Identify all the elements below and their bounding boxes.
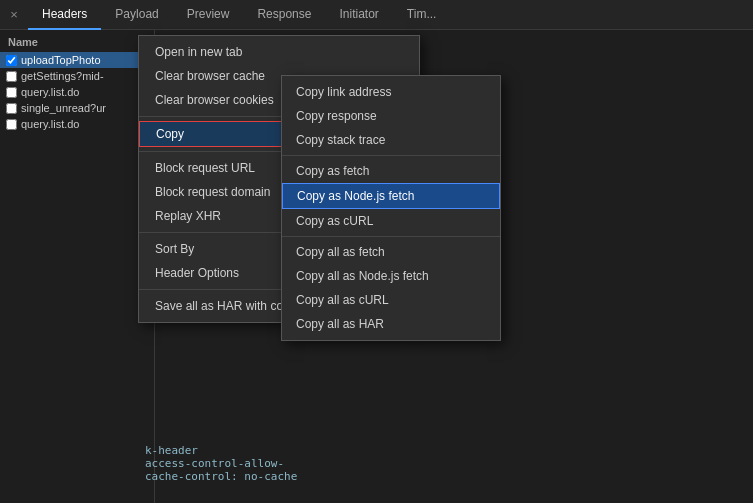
bottom-content: k-header access-control-allow- cache-con… (145, 444, 297, 483)
tab-bar: × Headers Payload Preview Response Initi… (0, 0, 753, 30)
tab-close-button[interactable]: × (0, 0, 28, 30)
submenu-item-copy-all-nodejs-fetch[interactable]: Copy all as Node.js fetch (282, 264, 500, 288)
list-item[interactable]: getSettings?mid- (0, 68, 154, 84)
tab-payload[interactable]: Payload (101, 0, 172, 30)
submenu-item-copy-as-curl[interactable]: Copy as cURL (282, 209, 500, 233)
list-item-checkbox[interactable] (6, 103, 17, 114)
menu-item-open-new-tab[interactable]: Open in new tab (139, 40, 419, 64)
list-item[interactable]: uploadTopPhoto (0, 52, 154, 68)
list-item-checkbox[interactable] (6, 55, 17, 66)
bottom-line: k-header (145, 444, 297, 457)
list-item[interactable]: query.list.do (0, 84, 154, 100)
submenu-separator (282, 155, 500, 156)
tab-response[interactable]: Response (243, 0, 325, 30)
list-item-checkbox[interactable] (6, 119, 17, 130)
list-item-text: getSettings?mid- (21, 70, 104, 82)
submenu-item-copy-as-nodejs-fetch[interactable]: Copy as Node.js fetch (282, 183, 500, 209)
list-item-checkbox[interactable] (6, 71, 17, 82)
network-list: Name uploadTopPhoto getSettings?mid- que… (0, 30, 155, 503)
submenu-item-copy-all-har[interactable]: Copy all as HAR (282, 312, 500, 336)
tab-headers[interactable]: Headers (28, 0, 101, 30)
list-item[interactable]: single_unread?ur (0, 100, 154, 116)
list-item-text: uploadTopPhoto (21, 54, 101, 66)
network-list-header: Name (0, 34, 154, 52)
submenu-separator (282, 236, 500, 237)
list-item-text: query.list.do (21, 86, 80, 98)
tab-preview[interactable]: Preview (173, 0, 244, 30)
submenu-item-copy-stack-trace[interactable]: Copy stack trace (282, 128, 500, 152)
submenu-item-copy-all-curl[interactable]: Copy all as cURL (282, 288, 500, 312)
submenu-item-copy-link[interactable]: Copy link address (282, 80, 500, 104)
list-item-text: query.list.do (21, 118, 80, 130)
list-item-checkbox[interactable] (6, 87, 17, 98)
tab-initiator[interactable]: Initiator (325, 0, 392, 30)
list-item[interactable]: query.list.do (0, 116, 154, 132)
submenu-item-copy-as-fetch[interactable]: Copy as fetch (282, 159, 500, 183)
submenu-item-copy-all-fetch[interactable]: Copy all as fetch (282, 240, 500, 264)
bottom-line: access-control-allow- (145, 457, 297, 470)
list-item-text: single_unread?ur (21, 102, 106, 114)
tab-timing[interactable]: Tim... (393, 0, 451, 30)
submenu-copy: Copy link address Copy response Copy sta… (281, 75, 501, 341)
bottom-line: cache-control: no-cache (145, 470, 297, 483)
submenu-item-copy-response[interactable]: Copy response (282, 104, 500, 128)
